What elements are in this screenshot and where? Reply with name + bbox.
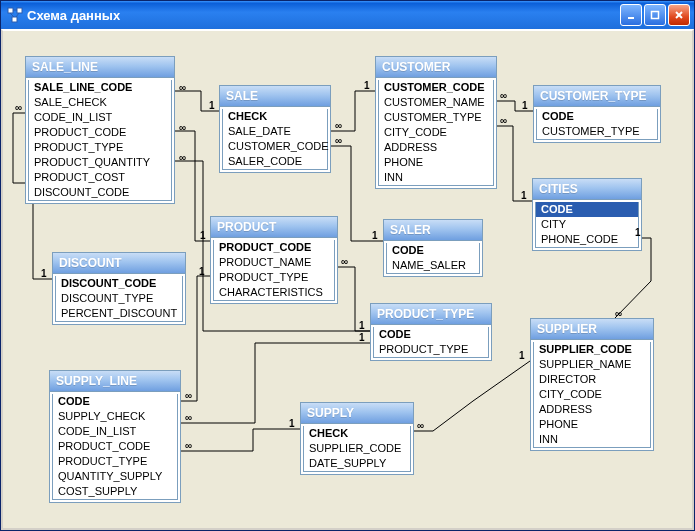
cardinality-label: ∞ (179, 123, 186, 133)
cardinality-label: 1 (372, 231, 378, 241)
window-titlebar: Схема данных (1, 1, 694, 29)
entity-field[interactable]: PRODUCT_TYPE (53, 454, 177, 469)
entity-header[interactable]: PRODUCT_TYPE (371, 304, 491, 325)
entity-field[interactable]: CITY (536, 217, 638, 232)
entity-field[interactable]: ADDRESS (379, 140, 493, 155)
entity-supply[interactable]: SUPPLYCHECKSUPPLIER_CODEDATE_SUPPLY (300, 402, 414, 475)
cardinality-label: ∞ (185, 391, 192, 401)
entity-field[interactable]: CHARACTERISTICS (214, 285, 334, 300)
cardinality-label: ∞ (179, 83, 186, 93)
entity-field[interactable]: QUANTITY_SUPPLY (53, 469, 177, 484)
entity-sale[interactable]: SALECHECKSALE_DATECUSTOMER_CODESALER_COD… (219, 85, 331, 173)
cardinality-label: ∞ (179, 153, 186, 163)
svg-line-5 (16, 13, 19, 17)
cardinality-label: ∞ (185, 413, 192, 423)
entity-header[interactable]: SUPPLIER (531, 319, 653, 340)
entity-header[interactable]: SALER (384, 220, 482, 241)
entity-sale_line[interactable]: SALE_LINESALE_LINE_CODESALE_CHECKCODE_IN… (25, 56, 175, 204)
entity-field[interactable]: DISCOUNT_TYPE (56, 291, 182, 306)
cardinality-label: ∞ (341, 257, 348, 267)
entity-field[interactable]: PRODUCT_TYPE (374, 342, 488, 357)
entity-field[interactable]: PERCENT_DISCOUNT (56, 306, 182, 321)
entity-header[interactable]: SALE (220, 86, 330, 107)
entity-field[interactable]: INN (379, 170, 493, 185)
entity-product[interactable]: PRODUCTPRODUCT_CODEPRODUCT_NAMEPRODUCT_T… (210, 216, 338, 304)
entity-cities[interactable]: CITIESCODECITYPHONE_CODE (532, 178, 642, 251)
cardinality-label: ∞ (417, 421, 424, 431)
entity-field[interactable]: DATE_SUPPLY (304, 456, 410, 471)
entity-field[interactable]: CUSTOMER_TYPE (537, 124, 657, 139)
entity-field[interactable]: SALE_LINE_CODE (29, 80, 171, 95)
entity-field-list: CHECKSALE_DATECUSTOMER_CODESALER_CODE (222, 109, 328, 170)
entity-header[interactable]: DISCOUNT (53, 253, 185, 274)
entity-field[interactable]: CUSTOMER_TYPE (379, 110, 493, 125)
entity-field[interactable]: CODE_IN_LIST (53, 424, 177, 439)
entity-field[interactable]: SUPPLIER_NAME (534, 357, 650, 372)
entity-field[interactable]: CODE (374, 327, 488, 342)
entity-field[interactable]: CODE (53, 394, 177, 409)
entity-supplier[interactable]: SUPPLIERSUPPLIER_CODESUPPLIER_NAMEDIRECT… (530, 318, 654, 451)
entity-supply_line[interactable]: SUPPLY_LINECODESUPPLY_CHECKCODE_IN_LISTP… (49, 370, 181, 503)
entity-field[interactable]: CODE (536, 202, 638, 217)
entity-field[interactable]: PRODUCT_CODE (53, 439, 177, 454)
entity-customer[interactable]: CUSTOMERCUSTOMER_CODECUSTOMER_NAMECUSTOM… (375, 56, 497, 189)
cardinality-label: ∞ (335, 121, 342, 131)
entity-field[interactable]: SALE_DATE (223, 124, 327, 139)
entity-field[interactable]: PRODUCT_COST (29, 170, 171, 185)
entity-field[interactable]: CHECK (304, 426, 410, 441)
entity-field[interactable]: SUPPLIER_CODE (304, 441, 410, 456)
svg-rect-7 (652, 12, 659, 19)
maximize-button[interactable] (644, 4, 666, 26)
entity-field[interactable]: PRODUCT_TYPE (29, 140, 171, 155)
minimize-button[interactable] (620, 4, 642, 26)
entity-field[interactable]: INN (534, 432, 650, 447)
entity-field[interactable]: DISCOUNT_CODE (29, 185, 171, 200)
entity-header[interactable]: SALE_LINE (26, 57, 174, 78)
entity-field[interactable]: CODE (387, 243, 479, 258)
entity-field[interactable]: PHONE (534, 417, 650, 432)
entity-field[interactable]: CODE_IN_LIST (29, 110, 171, 125)
cardinality-label: ∞ (335, 136, 342, 146)
svg-line-4 (10, 13, 14, 17)
entity-field[interactable]: CUSTOMER_NAME (379, 95, 493, 110)
entity-field[interactable]: ADDRESS (534, 402, 650, 417)
cardinality-label: 1 (289, 419, 295, 429)
cardinality-label: 1 (359, 333, 365, 343)
entity-field[interactable]: CITY_CODE (379, 125, 493, 140)
entity-field[interactable]: CHECK (223, 109, 327, 124)
entity-field[interactable]: PHONE (379, 155, 493, 170)
window-title: Схема данных (27, 8, 120, 23)
entity-field[interactable]: PRODUCT_TYPE (214, 270, 334, 285)
entity-field[interactable]: PRODUCT_QUANTITY (29, 155, 171, 170)
entity-saler[interactable]: SALERCODENAME_SALER (383, 219, 483, 277)
entity-header[interactable]: CUSTOMER (376, 57, 496, 78)
close-button[interactable] (668, 4, 690, 26)
entity-field[interactable]: DISCOUNT_CODE (56, 276, 182, 291)
entity-field[interactable]: SUPPLY_CHECK (53, 409, 177, 424)
relationships-icon (7, 7, 23, 23)
entity-header[interactable]: CUSTOMER_TYPE (534, 86, 660, 107)
entity-header[interactable]: SUPPLY (301, 403, 413, 424)
entity-product_type[interactable]: PRODUCT_TYPECODEPRODUCT_TYPE (370, 303, 492, 361)
entity-field[interactable]: SUPPLIER_CODE (534, 342, 650, 357)
entity-field[interactable]: PRODUCT_CODE (214, 240, 334, 255)
entity-field[interactable]: CODE (537, 109, 657, 124)
entity-field[interactable]: PHONE_CODE (536, 232, 638, 247)
entity-discount[interactable]: DISCOUNTDISCOUNT_CODEDISCOUNT_TYPEPERCEN… (52, 252, 186, 325)
entity-field[interactable]: PRODUCT_CODE (29, 125, 171, 140)
entity-field[interactable]: SALER_CODE (223, 154, 327, 169)
entity-field[interactable]: CUSTOMER_CODE (223, 139, 327, 154)
cardinality-label: ∞ (185, 441, 192, 451)
entity-field[interactable]: COST_SUPPLY (53, 484, 177, 499)
entity-field[interactable]: CITY_CODE (534, 387, 650, 402)
entity-header[interactable]: SUPPLY_LINE (50, 371, 180, 392)
schema-canvas[interactable]: SALE_LINESALE_LINE_CODESALE_CHECKCODE_IN… (1, 29, 694, 530)
entity-field[interactable]: NAME_SALER (387, 258, 479, 273)
entity-customer_type[interactable]: CUSTOMER_TYPECODECUSTOMER_TYPE (533, 85, 661, 143)
entity-header[interactable]: PRODUCT (211, 217, 337, 238)
entity-header[interactable]: CITIES (533, 179, 641, 200)
entity-field[interactable]: PRODUCT_NAME (214, 255, 334, 270)
entity-field[interactable]: DIRECTOR (534, 372, 650, 387)
entity-field[interactable]: SALE_CHECK (29, 95, 171, 110)
entity-field[interactable]: CUSTOMER_CODE (379, 80, 493, 95)
